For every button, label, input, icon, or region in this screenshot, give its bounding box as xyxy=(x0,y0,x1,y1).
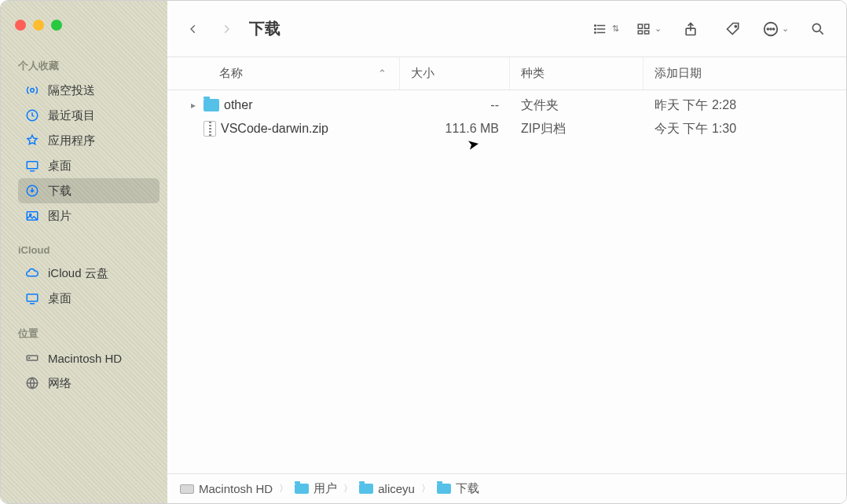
sidebar-heading: 位置 xyxy=(18,327,160,341)
file-name: other xyxy=(224,98,252,112)
zip-file-icon xyxy=(204,121,216,137)
view-list-button[interactable]: ⇅ xyxy=(588,13,623,45)
sidebar-item-label: 隔空投送 xyxy=(48,83,95,98)
sidebar-item-applications[interactable]: 应用程序 xyxy=(18,128,160,153)
tags-button[interactable] xyxy=(716,13,750,45)
file-size: 111.6 MB xyxy=(400,122,510,136)
svg-rect-14 xyxy=(645,24,649,28)
file-kind: ZIP归档 xyxy=(510,121,644,137)
clock-icon xyxy=(24,108,40,123)
toolbar-group: ⇅ ⌄ ⌄ xyxy=(588,13,835,45)
share-button[interactable] xyxy=(673,13,708,45)
sidebar-item-pictures[interactable]: 图片 xyxy=(18,203,160,228)
finder-window: 个人收藏 隔空投送 最近项目 应用程序 桌面 下载 xyxy=(0,0,847,504)
file-date-added: 今天 下午 1:30 xyxy=(644,121,846,137)
sidebar-item-label: 桌面 xyxy=(48,159,72,173)
pictures-icon xyxy=(24,208,40,224)
path-bar: Macintosh HD 〉 用户 〉 aliceyu 〉 下载 xyxy=(167,473,846,503)
sidebar-section-icloud: iCloud iCloud 云盘 桌面 xyxy=(1,233,167,316)
sidebar-item-label: 图片 xyxy=(48,209,72,224)
file-kind: 文件夹 xyxy=(510,97,644,114)
airdrop-icon xyxy=(24,82,40,98)
sidebar: 个人收藏 隔空投送 最近项目 应用程序 桌面 下载 xyxy=(1,1,167,503)
svg-rect-6 xyxy=(27,294,38,301)
sidebar-item-recents[interactable]: 最近项目 xyxy=(18,103,160,128)
path-item[interactable]: Macintosh HD xyxy=(180,482,273,495)
svg-point-18 xyxy=(735,25,736,27)
column-header-name[interactable]: 名称 ⌃ xyxy=(188,57,400,89)
sidebar-item-label: 应用程序 xyxy=(48,133,95,148)
sort-indicator-icon: ⌃ xyxy=(378,68,387,79)
sidebar-item-macintosh-hd[interactable]: Macintosh HD xyxy=(18,345,160,371)
column-label: 种类 xyxy=(521,66,544,81)
column-header-kind[interactable]: 种类 xyxy=(510,57,644,89)
sidebar-item-label: 最近项目 xyxy=(48,108,95,123)
chevron-right-icon: 〉 xyxy=(279,482,288,495)
chevron-right-icon: 〉 xyxy=(421,482,431,495)
sidebar-heading: iCloud xyxy=(18,244,160,256)
path-label: aliceyu xyxy=(378,482,415,495)
file-row[interactable]: ▸ other -- 文件夹 昨天 下午 2:28 xyxy=(167,93,846,117)
svg-point-22 xyxy=(773,28,775,30)
path-item[interactable]: aliceyu xyxy=(359,482,415,495)
minimize-button[interactable] xyxy=(33,20,44,31)
file-row[interactable]: VSCode-darwin.zip 111.6 MB ZIP归档 今天 下午 1… xyxy=(167,117,846,141)
svg-point-20 xyxy=(767,28,768,30)
column-header-date-added[interactable]: 添加日期 xyxy=(644,57,846,89)
path-label: 用户 xyxy=(314,481,337,496)
svg-rect-16 xyxy=(645,31,649,34)
sidebar-item-airdrop[interactable]: 隔空投送 xyxy=(18,78,160,103)
folder-icon xyxy=(437,484,451,494)
svg-rect-2 xyxy=(27,162,38,169)
window-controls xyxy=(1,12,167,48)
path-item[interactable]: 下载 xyxy=(437,481,479,496)
sidebar-item-label: Macintosh HD xyxy=(48,352,122,365)
folder-icon xyxy=(204,99,219,111)
column-header-size[interactable]: 大小 xyxy=(400,57,510,89)
column-label: 添加日期 xyxy=(654,66,702,81)
column-label: 大小 xyxy=(411,66,434,81)
desktop-icon xyxy=(24,158,40,173)
hdd-icon xyxy=(180,484,194,494)
column-label: 名称 xyxy=(219,66,243,81)
sidebar-item-icloud-desktop[interactable]: 桌面 xyxy=(18,286,160,311)
svg-point-10 xyxy=(595,24,596,26)
svg-point-21 xyxy=(770,28,772,30)
file-list: ▸ other -- 文件夹 昨天 下午 2:28 VSCode-darwin.… xyxy=(167,90,846,473)
disclosure-triangle-icon[interactable]: ▸ xyxy=(188,100,199,111)
svg-point-0 xyxy=(31,89,35,93)
sidebar-item-icloud-drive[interactable]: iCloud 云盘 xyxy=(18,261,160,286)
sidebar-item-label: iCloud 云盘 xyxy=(48,266,108,281)
svg-rect-13 xyxy=(638,24,642,28)
sidebar-item-downloads[interactable]: 下载 xyxy=(18,178,160,203)
maximize-button[interactable] xyxy=(51,20,62,31)
main-content: 下载 ⇅ ⌄ ⌄ xyxy=(167,1,846,503)
path-item[interactable]: 用户 xyxy=(295,481,337,496)
column-headers: 名称 ⌃ 大小 种类 添加日期 xyxy=(167,57,846,90)
download-icon xyxy=(24,183,40,199)
sidebar-item-desktop[interactable]: 桌面 xyxy=(18,153,160,178)
chevron-down-icon: ⌄ xyxy=(654,24,662,34)
sidebar-section-favorites: 个人收藏 隔空投送 最近项目 应用程序 桌面 下载 xyxy=(1,48,167,233)
svg-point-11 xyxy=(595,28,596,30)
file-date-added: 昨天 下午 2:28 xyxy=(644,97,846,114)
group-by-button[interactable]: ⌄ xyxy=(631,13,666,45)
search-button[interactable] xyxy=(801,13,835,45)
sidebar-section-locations: 位置 Macintosh HD 网络 xyxy=(1,316,167,400)
apps-icon xyxy=(24,133,40,148)
sidebar-item-network[interactable]: 网络 xyxy=(18,371,160,396)
desktop-icon xyxy=(24,290,40,306)
chevron-updown-icon: ⇅ xyxy=(612,24,619,34)
sidebar-item-label: 网络 xyxy=(48,376,72,391)
hdd-icon xyxy=(24,350,40,366)
svg-point-12 xyxy=(595,31,596,33)
svg-point-23 xyxy=(812,24,820,31)
action-menu-button[interactable]: ⌄ xyxy=(758,13,793,45)
forward-button[interactable] xyxy=(211,13,241,45)
window-title: 下载 xyxy=(249,18,280,39)
svg-rect-15 xyxy=(638,31,642,34)
sidebar-heading: 个人收藏 xyxy=(18,59,160,73)
back-button[interactable] xyxy=(178,13,208,45)
sidebar-item-label: 下载 xyxy=(48,184,72,199)
close-button[interactable] xyxy=(15,20,26,31)
